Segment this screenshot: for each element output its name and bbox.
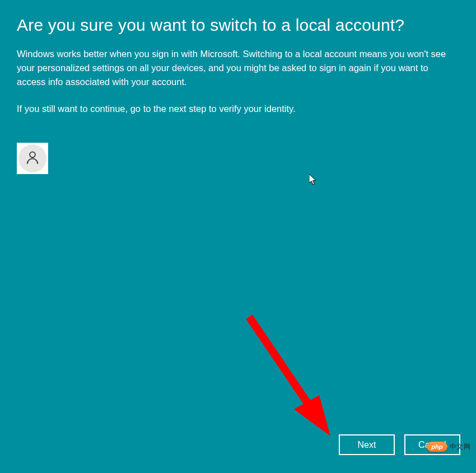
dialog-container: Are you sure you want to switch to a loc… [0,0,476,473]
dialog-paragraph-2: If you still want to continue, go to the… [17,102,454,116]
next-button[interactable]: Next [339,434,395,455]
user-avatar [17,143,48,174]
dialog-paragraph-1: Windows works better when you sign in wi… [17,47,454,88]
cancel-button[interactable]: Cancel [404,434,460,455]
dialog-title: Are you sure you want to switch to a loc… [17,16,459,35]
person-icon [25,149,40,167]
dialog-button-row: Next Cancel [339,434,460,455]
svg-point-0 [30,152,35,157]
user-avatar-circle [18,144,46,172]
